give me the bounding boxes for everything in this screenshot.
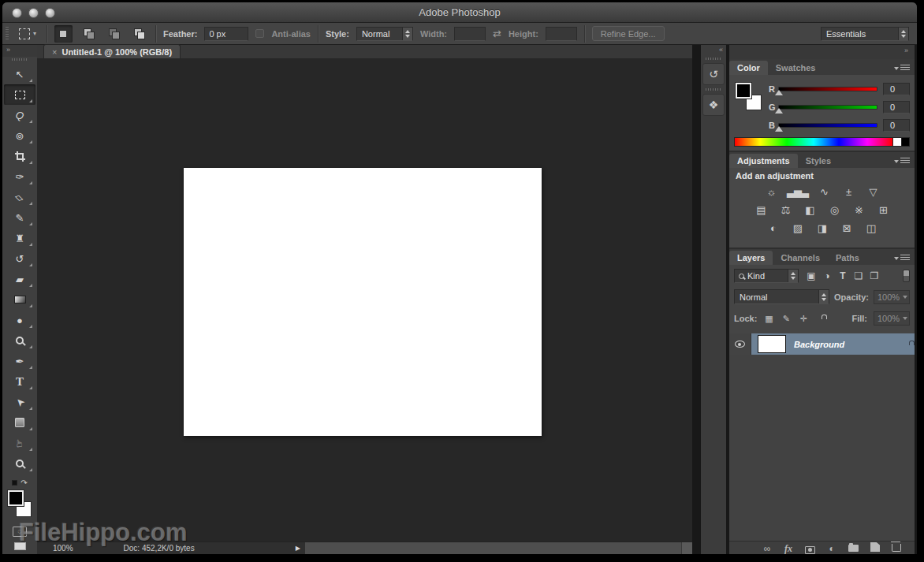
path-selection-tool[interactable]: ➤: [4, 392, 35, 412]
photo-filter-icon[interactable]: ◎: [825, 203, 843, 217]
threshold-icon[interactable]: ◨: [814, 221, 831, 235]
clone-stamp-tool[interactable]: ♜: [4, 228, 35, 248]
pen-tool[interactable]: ✒: [4, 351, 35, 371]
lock-position-icon[interactable]: ✛: [798, 314, 809, 324]
filter-kind-dropdown[interactable]: Kind: [734, 269, 799, 283]
hue-saturation-icon[interactable]: ▤: [752, 203, 769, 217]
zoom-button[interactable]: [45, 8, 55, 18]
dodge-tool[interactable]: [4, 330, 35, 351]
red-value-field[interactable]: 0: [883, 83, 910, 95]
new-selection-button[interactable]: [54, 25, 73, 43]
status-menu-arrow-icon[interactable]: ▶: [296, 545, 300, 552]
crop-tool[interactable]: [4, 146, 35, 166]
tab-layers[interactable]: Layers: [729, 251, 773, 265]
options-grip[interactable]: [6, 27, 9, 41]
black-picker[interactable]: [902, 137, 910, 147]
filter-type-layers-icon[interactable]: T: [835, 270, 851, 281]
properties-panel-icon[interactable]: ❖: [702, 94, 725, 116]
filter-pixel-layers-icon[interactable]: ▣: [803, 270, 819, 281]
red-slider-thumb[interactable]: [775, 90, 783, 95]
posterize-icon[interactable]: ▨: [789, 221, 807, 235]
levels-icon[interactable]: ▃▅▃: [787, 185, 808, 199]
subtract-from-selection-button[interactable]: [105, 25, 123, 43]
spot-healing-brush-tool[interactable]: ▱: [4, 187, 35, 207]
green-slider-thumb[interactable]: [775, 108, 783, 114]
type-tool[interactable]: T: [4, 371, 35, 392]
rectangle-tool[interactable]: [4, 412, 35, 433]
foreground-color-swatch[interactable]: [736, 83, 751, 99]
zoom-tool[interactable]: [4, 453, 35, 474]
panel-menu-icon[interactable]: [894, 158, 910, 165]
tool-preset-picker[interactable]: ▾: [16, 26, 39, 42]
width-input[interactable]: [454, 27, 486, 41]
lock-pixels-icon[interactable]: ✎: [781, 314, 792, 324]
blue-slider[interactable]: [778, 123, 877, 128]
channel-mixer-icon[interactable]: ※: [850, 203, 867, 217]
layers-empty-area[interactable]: [729, 355, 915, 541]
color-balance-icon[interactable]: ⚖: [777, 203, 794, 217]
panel-menu-icon[interactable]: [894, 65, 910, 72]
gradient-map-icon[interactable]: ⊠: [838, 221, 855, 235]
filter-smart-objects-icon[interactable]: ❐: [866, 270, 882, 281]
lasso-tool[interactable]: Q: [4, 105, 35, 125]
layer-selected-area[interactable]: Background: [751, 333, 915, 355]
height-input[interactable]: [546, 27, 577, 41]
black-white-icon[interactable]: ◧: [801, 203, 818, 217]
feather-input[interactable]: [204, 27, 248, 41]
blue-slider-thumb[interactable]: [775, 126, 783, 132]
screen-mode-button[interactable]: [14, 542, 26, 550]
quick-mask-button[interactable]: ◌: [13, 527, 27, 537]
hand-tool[interactable]: ☞: [4, 433, 35, 453]
panels-collapse-button[interactable]: »: [729, 45, 915, 59]
vibrance-icon[interactable]: ▽: [864, 185, 881, 199]
eyedropper-tool[interactable]: ✑: [4, 166, 35, 187]
horizontal-scrollbar[interactable]: [305, 542, 681, 554]
blue-value-field[interactable]: 0: [883, 119, 910, 132]
intersect-selection-button[interactable]: [130, 25, 148, 43]
tab-adjustments[interactable]: Adjustments: [729, 154, 798, 168]
minimize-button[interactable]: [28, 8, 39, 18]
filter-toggle-switch[interactable]: [903, 270, 910, 282]
history-brush-tool[interactable]: ↺: [4, 248, 35, 269]
title-bar[interactable]: Adobe Photoshop: [2, 2, 917, 23]
rectangular-marquee-tool[interactable]: [4, 84, 35, 105]
blur-tool[interactable]: ●: [4, 310, 35, 330]
invert-icon[interactable]: ◐: [765, 221, 782, 235]
layer-mask-icon[interactable]: [805, 541, 815, 554]
toolbar-collapse-button[interactable]: »: [2, 45, 37, 57]
foreground-color-swatch[interactable]: [8, 490, 24, 506]
white-picker[interactable]: [893, 137, 902, 147]
move-tool[interactable]: ↖: [4, 64, 35, 84]
gradient-tool[interactable]: [4, 289, 35, 310]
filter-adjustment-layers-icon[interactable]: ◑: [819, 270, 835, 281]
anti-alias-checkbox[interactable]: [255, 29, 264, 38]
color-lookup-icon[interactable]: ⊞: [874, 203, 892, 217]
panel-menu-icon[interactable]: [894, 255, 910, 262]
new-layer-icon[interactable]: [870, 541, 880, 554]
fill-dropdown[interactable]: 100%: [874, 311, 910, 326]
lock-transparency-icon[interactable]: ▦: [763, 314, 774, 324]
default-colors-control[interactable]: ↷: [12, 478, 27, 487]
layer-visibility-cell[interactable]: [729, 333, 751, 355]
filter-shape-layers-icon[interactable]: ❏: [851, 270, 866, 281]
layer-thumbnail[interactable]: [758, 335, 786, 353]
quick-selection-tool[interactable]: ⊚: [4, 125, 35, 146]
selective-color-icon[interactable]: ◫: [863, 221, 880, 235]
style-dropdown[interactable]: Normal: [356, 27, 413, 41]
add-to-selection-button[interactable]: [80, 25, 98, 43]
zoom-level-field[interactable]: 100%: [53, 544, 73, 553]
swap-dimensions-icon[interactable]: ⇄: [493, 28, 501, 39]
dock-grip[interactable]: [706, 88, 721, 91]
exposure-icon[interactable]: ±: [840, 185, 857, 199]
document-tab[interactable]: × Untitled-1 @ 100% (RGB/8): [43, 44, 181, 58]
refine-edge-button[interactable]: Refine Edge...: [592, 26, 665, 41]
blend-mode-dropdown[interactable]: Normal: [734, 289, 829, 304]
brightness-contrast-icon[interactable]: ☼: [762, 185, 780, 199]
adjustment-layer-icon[interactable]: ◐: [827, 541, 836, 554]
red-slider[interactable]: [778, 87, 877, 91]
close-tab-icon[interactable]: ×: [52, 47, 57, 57]
background-layer-row[interactable]: Background: [729, 333, 915, 355]
opacity-dropdown[interactable]: 100%: [874, 290, 910, 304]
delete-layer-icon[interactable]: [892, 541, 901, 554]
canvas-pasteboard[interactable]: [37, 59, 692, 542]
